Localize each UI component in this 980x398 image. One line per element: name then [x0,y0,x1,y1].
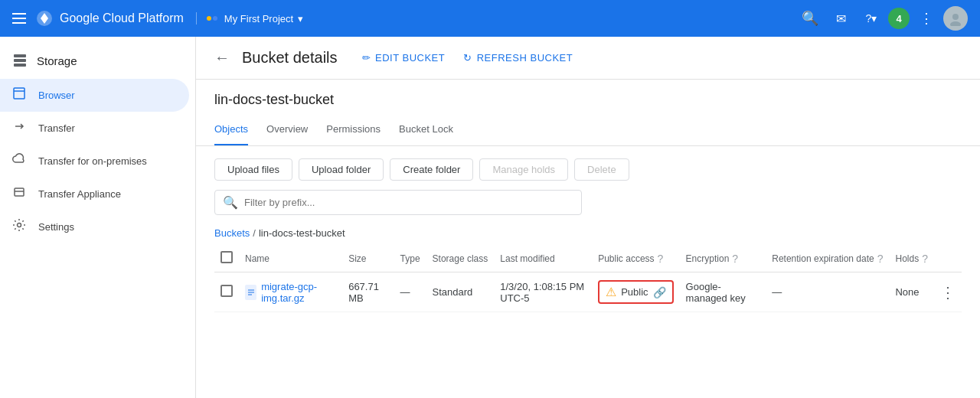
create-folder-button[interactable]: Create folder [390,158,473,181]
holds-help-icon[interactable]: ? [922,253,928,265]
warning-icon: ⚠ [606,285,616,299]
files-table-wrap: Name Size Type Storage class Last modifi [196,245,980,312]
sidebar-item-browser[interactable]: Browser [0,79,189,112]
file-toolbar: Upload files Upload folder Create folder… [196,146,980,190]
back-arrow-icon: ← [214,49,230,67]
svg-rect-5 [14,54,26,57]
select-all-checkbox[interactable] [220,251,233,263]
table-header-row: Name Size Type Storage class Last modifi [214,245,962,272]
sidebar-item-settings[interactable]: Settings [0,210,189,243]
main-content: ← Bucket details ✏ EDIT BUCKET ↻ REFRESH… [196,37,980,398]
th-holds: Holds ? [889,245,933,272]
file-holds-cell: None [889,272,933,312]
encryption-help-icon[interactable]: ? [732,253,738,265]
manage-holds-button[interactable]: Manage holds [479,158,568,181]
retention-help-icon[interactable]: ? [877,253,884,265]
filter-input-wrap: 🔍 [214,190,582,215]
settings-icon [12,218,26,236]
sidebar-item-label-transfer-appliance: Transfer Appliance [38,188,121,200]
help-button[interactable]: ?▾ [858,5,885,32]
badge-button[interactable]: 4 [888,8,910,29]
bucket-name: lin-docs-test-bucket [196,80,980,108]
search-button[interactable]: 🔍 [796,5,824,32]
svg-point-4 [950,21,961,26]
topbar: Google Cloud Platform My First Project ▾… [0,0,980,37]
file-public-access-cell: ⚠ Public 🔗 [592,272,679,312]
storage-icon [12,52,28,70]
file-size-cell: 667.71 MB [342,272,394,312]
public-access-help-icon[interactable]: ? [658,253,664,265]
user-avatar[interactable] [943,6,968,31]
table-row: migrate-gcp-img.tar.gz 667.71 MB — Stand… [214,272,962,312]
tab-permissions-label: Permissions [326,123,381,135]
transfer-icon [12,119,26,137]
tab-bucket-lock[interactable]: Bucket Lock [399,114,453,145]
project-selector[interactable]: My First Project ▾ [196,12,303,24]
browser-icon [12,86,26,104]
th-actions [934,245,962,272]
edit-icon: ✏ [362,52,371,64]
filter-input[interactable] [244,197,573,208]
cloud-icon [12,152,26,170]
breadcrumb: Buckets / lin-docs-test-bucket [196,224,980,245]
badge-count: 4 [896,13,901,24]
more-button[interactable]: ⋮ [913,5,940,32]
topbar-actions: 🔍 ✉ ?▾ 4 ⋮ [796,5,968,32]
project-name: My First Project [224,13,293,24]
breadcrumb-buckets-link[interactable]: Buckets [214,227,250,239]
delete-button[interactable]: Delete [574,158,629,181]
tab-overview[interactable]: Overview [266,114,308,145]
sidebar-item-transfer-on-premises[interactable]: Transfer for on-premises [0,145,189,178]
tab-bucket-lock-label: Bucket Lock [399,123,453,135]
tab-permissions[interactable]: Permissions [326,114,381,145]
project-icon [206,12,218,24]
svg-rect-10 [15,188,24,196]
tab-objects[interactable]: Objects [214,114,248,145]
th-type: Type [394,245,426,272]
project-dropdown-icon: ▾ [298,13,303,24]
filter-search-icon: 🔍 [223,195,238,210]
notifications-button[interactable]: ✉ [827,5,854,32]
th-size: Size [342,245,394,272]
upload-folder-button[interactable]: Upload folder [299,158,384,181]
filter-row: 🔍 [196,190,980,224]
svg-point-3 [952,14,959,20]
page-title: Bucket details [242,49,338,67]
refresh-bucket-button[interactable]: ↻ REFRESH BUCKET [463,52,573,64]
brand-logo: Google Cloud Platform [35,9,184,28]
refresh-icon: ↻ [463,52,472,64]
file-name-cell: migrate-gcp-img.tar.gz [239,272,342,312]
row-more-button[interactable]: ⋮ [940,284,956,301]
file-name-link[interactable]: migrate-gcp-img.tar.gz [261,281,336,304]
appliance-icon [12,185,26,203]
row-checkbox[interactable] [220,285,233,297]
public-access-value: Public [621,286,648,298]
sidebar-item-transfer[interactable]: Transfer [0,112,189,145]
file-storage-class-cell: Standard [426,272,495,312]
tab-objects-label: Objects [214,123,248,135]
edit-bucket-label: EDIT BUCKET [375,52,445,64]
file-last-modified-cell: 1/3/20, 1:08:15 PM UTC-5 [494,272,592,312]
delete-label: Delete [587,164,616,175]
brand-label: Google Cloud Platform [60,11,184,25]
upload-files-button[interactable]: Upload files [214,158,292,181]
svg-point-2 [213,16,217,21]
menu-icon[interactable] [12,13,26,24]
upload-files-label: Upload files [227,164,279,175]
th-retention-expiration: Retention expiration date ? [766,245,889,272]
file-type-icon [245,285,256,300]
sidebar-header: Storage [0,43,195,79]
notification-icon: ✉ [836,11,846,26]
main-layout: Storage Browser Transfer Transfer for on… [0,37,980,398]
avatar-icon [948,11,963,26]
th-name: Name [239,245,342,272]
edit-bucket-button[interactable]: ✏ EDIT BUCKET [362,52,446,64]
svg-rect-8 [14,88,24,99]
sidebar-item-transfer-appliance[interactable]: Transfer Appliance [0,178,189,210]
more-icon: ⋮ [920,10,933,27]
back-button[interactable]: ← [214,49,230,67]
sidebar-item-label-transfer: Transfer [38,122,75,134]
th-storage-class: Storage class [426,245,495,272]
manage-holds-label: Manage holds [492,164,555,175]
row-more-cell: ⋮ [934,272,962,312]
